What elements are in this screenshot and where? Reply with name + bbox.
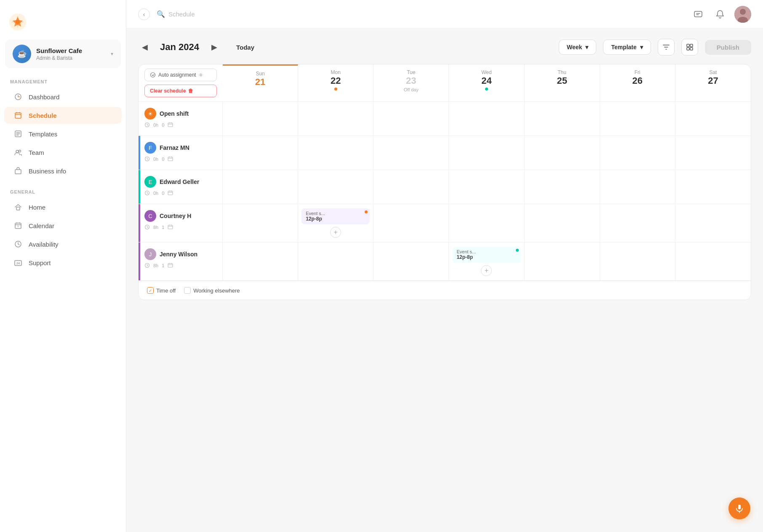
dashboard-icon (13, 93, 24, 101)
next-month-button[interactable]: ▶ (208, 40, 221, 54)
sidebar: ☕ Sunflower Cafe Admin & Barista ▾ MANAG… (0, 0, 126, 532)
clock-icon (144, 156, 150, 162)
calendar-mini-icon (168, 190, 173, 196)
grid-cell (600, 242, 675, 280)
shift-card[interactable]: Event s... 12p-8p (452, 247, 520, 263)
prev-month-button[interactable]: ◀ (138, 40, 152, 54)
jenny-hours: 8h (153, 263, 158, 268)
clock-icon (144, 190, 150, 196)
svg-text:24: 24 (16, 262, 20, 265)
schedule-header: ◀ Jan 2024 ▶ Today Week ▾ Template ▾ Pub… (138, 39, 751, 56)
grid-cell (525, 102, 600, 136)
grid-cell (373, 204, 449, 242)
schedule-icon (13, 112, 24, 119)
time-off-legend: ✓ Time off (147, 287, 176, 294)
day-num-thu: 25 (528, 75, 596, 86)
sidebar-item-home[interactable]: Home (4, 199, 122, 215)
grid-cell (525, 136, 600, 170)
svg-rect-30 (168, 191, 173, 195)
grid-cell (223, 170, 298, 204)
auto-assign-button[interactable]: Auto assignment (144, 69, 217, 81)
week-dropdown-button[interactable]: Week ▾ (559, 40, 596, 55)
sidebar-item-templates[interactable]: Templates (4, 125, 122, 142)
sidebar-item-team[interactable]: Team (4, 144, 122, 161)
header-day-tue: Tue 23 Off day (373, 64, 449, 101)
profile-section[interactable]: ☕ Sunflower Cafe Admin & Barista ▾ (5, 40, 121, 68)
sidebar-item-availability[interactable]: Availability (4, 236, 122, 253)
sidebar-item-business[interactable]: Business info (4, 162, 122, 179)
courtney-name: Courtney H (160, 213, 191, 219)
working-elsewhere-checkbox[interactable] (184, 287, 191, 294)
header-day-wed: Wed 24 (449, 64, 524, 101)
time-off-label: Time off (156, 287, 176, 294)
filter-button[interactable] (658, 39, 675, 56)
clear-schedule-button[interactable]: Clear schedule 🗑 (144, 85, 217, 97)
clock-icon (144, 122, 150, 128)
collapse-sidebar-button[interactable]: ‹ (138, 8, 150, 20)
shift-time: 12p-8p (456, 254, 516, 260)
day-num-sat: 27 (679, 75, 747, 86)
publish-button[interactable]: Publish (705, 40, 751, 55)
grid-cell (675, 102, 751, 136)
sidebar-item-calendar[interactable]: 8 Calendar (4, 217, 122, 234)
trash-icon: 🗑 (188, 88, 193, 94)
add-shift-button[interactable]: + (481, 265, 492, 276)
messages-button[interactable] (691, 7, 706, 22)
header-day-sat: Sat 27 (675, 64, 751, 101)
templates-label: Templates (29, 130, 57, 138)
grid-cell (449, 136, 524, 170)
shift-card[interactable]: Event s... 12p-8p (301, 208, 370, 224)
grid-cell (223, 136, 298, 170)
sidebar-item-support[interactable]: 24 Support (4, 254, 122, 271)
team-icon (13, 149, 24, 156)
notifications-button[interactable] (712, 7, 728, 22)
shift-label: Event s... (456, 249, 516, 254)
calendar-icon: 8 (13, 222, 24, 229)
courtney-hours: 8h (153, 225, 158, 230)
fab-button[interactable] (728, 497, 750, 519)
open-shift-hours: 0h (153, 122, 158, 128)
table-row: J Jenny Wilson 8h 1 (139, 242, 751, 281)
view-toggle-button[interactable] (681, 39, 698, 56)
schedule-grid: Auto assignment Clear schedule 🗑 Sun 21 … (138, 64, 751, 300)
profile-chevron-icon: ▾ (111, 51, 113, 57)
day-label-sat: Sat (679, 69, 747, 75)
svg-rect-35 (738, 505, 741, 509)
grid-cell (298, 170, 373, 204)
jenny-count: 1 (162, 263, 164, 268)
template-dropdown-button[interactable]: Template ▾ (603, 40, 651, 55)
today-button[interactable]: Today (228, 40, 263, 54)
user-avatar[interactable] (734, 6, 751, 23)
business-label: Business info (29, 168, 66, 175)
edward-info: E Edward Geller 0h 0 (139, 170, 223, 204)
week-label: Week (567, 44, 582, 51)
farnaz-avatar: F (144, 142, 156, 154)
template-dropdown-arrow-icon: ▾ (640, 44, 643, 51)
svg-rect-20 (690, 44, 693, 47)
templates-icon (13, 130, 24, 138)
grid-header-actions: Auto assignment Clear schedule 🗑 (139, 64, 223, 101)
grid-cell (223, 102, 298, 136)
add-shift-button[interactable]: + (330, 227, 341, 238)
business-icon (13, 167, 24, 175)
sidebar-item-schedule[interactable]: Schedule (4, 107, 122, 124)
open-shift-info: ☀ Open shift 0h 0 (139, 102, 223, 136)
general-section-title: GENERAL (0, 187, 126, 198)
day-label-tue: Tue (377, 69, 445, 75)
courtney-avatar: C (144, 210, 156, 222)
svg-rect-21 (687, 48, 689, 50)
jenny-name: Jenny Wilson (160, 251, 197, 258)
day-num-tue: 23 (377, 75, 445, 86)
time-off-checkbox[interactable]: ✓ (147, 287, 154, 294)
grid-cell (449, 102, 524, 136)
grid-cell (675, 242, 751, 280)
search-icon: 🔍 (157, 10, 165, 18)
shift-notification-dot (516, 249, 519, 252)
grid-header: Auto assignment Clear schedule 🗑 Sun 21 … (139, 64, 751, 102)
sidebar-item-dashboard[interactable]: Dashboard (4, 88, 122, 105)
support-icon: 24 (13, 259, 24, 266)
svg-rect-26 (168, 123, 173, 127)
jenny-avatar: J (144, 248, 156, 260)
grid-cell (449, 170, 524, 204)
grid-cell (525, 204, 600, 242)
